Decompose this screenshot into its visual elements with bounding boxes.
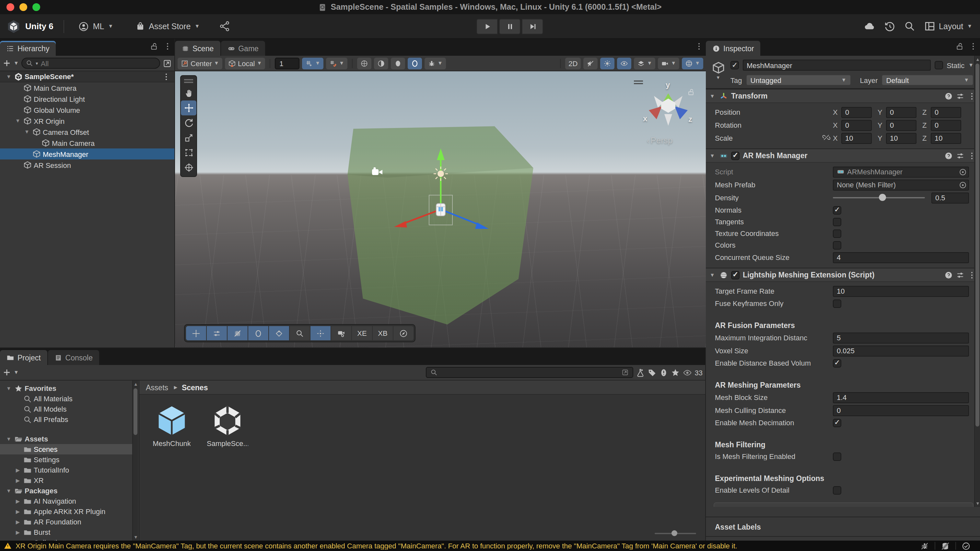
gameobject-cube-icon[interactable] bbox=[711, 61, 725, 75]
foldout-arrow-icon[interactable]: ▶ bbox=[14, 519, 21, 525]
2d-mode-toggle[interactable]: 2D bbox=[565, 57, 581, 69]
play-button[interactable] bbox=[476, 19, 498, 34]
position-z-field[interactable]: 0 bbox=[931, 107, 961, 118]
draw-mode-wireframe-button[interactable] bbox=[357, 57, 371, 69]
unity-hub-button[interactable]: Unity 6 bbox=[6, 19, 54, 33]
cloud-icon[interactable] bbox=[864, 21, 875, 32]
foldout-icon[interactable]: ▼ bbox=[710, 272, 716, 278]
breadcrumb-scenes[interactable]: Scenes bbox=[182, 384, 208, 391]
foldout-arrow-icon[interactable]: ▶ bbox=[14, 467, 21, 473]
layout-dropdown[interactable]: Layout ▼ bbox=[924, 21, 972, 32]
asset-samplescene[interactable]: SampleSce... bbox=[207, 404, 248, 447]
add-object-button[interactable] bbox=[3, 59, 11, 67]
account-dropdown[interactable]: ML ▼ bbox=[75, 19, 117, 34]
create-asset-dropdown-icon[interactable]: ▼ bbox=[14, 369, 19, 375]
hierarchy-item-xr-origin[interactable]: ▼ XR Origin bbox=[0, 115, 174, 126]
object-picker-icon[interactable] bbox=[959, 167, 967, 176]
axis-y-label[interactable]: y bbox=[666, 80, 670, 89]
project-folder-assets[interactable]: ▼ Assets bbox=[0, 434, 138, 444]
ar-mesh-manager-enabled-checkbox[interactable] bbox=[731, 151, 740, 160]
settings-overlay-button[interactable] bbox=[207, 326, 227, 340]
kebab-menu-icon[interactable] bbox=[695, 42, 703, 51]
density-field[interactable]: 0.5 bbox=[931, 192, 969, 203]
foldout-arrow-icon[interactable]: ▶ bbox=[14, 498, 21, 504]
scale-z-field[interactable]: 10 bbox=[931, 132, 961, 143]
density-slider[interactable] bbox=[833, 197, 925, 198]
grid-snapping-toggle[interactable]: ▼ bbox=[302, 57, 323, 69]
project-folder-all-models[interactable]: All Models bbox=[0, 404, 138, 414]
inspector-scrollbar[interactable]: ▲ ▼ bbox=[974, 56, 980, 507]
grid-size-field[interactable]: 1 bbox=[275, 57, 299, 69]
compass-overlay-button[interactable] bbox=[393, 326, 414, 340]
render-mode-overlay-button[interactable] bbox=[248, 326, 268, 340]
script-field[interactable]: ARMeshManager bbox=[833, 166, 969, 177]
rotation-x-field[interactable]: 0 bbox=[841, 119, 872, 131]
scene-visibility-toggle[interactable] bbox=[617, 57, 631, 69]
hierarchy-item-meshmanager[interactable]: MeshManager bbox=[0, 148, 174, 159]
foldout-arrow-icon[interactable]: ▶ bbox=[14, 508, 21, 514]
gizmos-dropdown[interactable]: ▼ bbox=[682, 57, 703, 69]
voxel-size-field[interactable]: 0.025 bbox=[833, 345, 969, 356]
rect-tool-button[interactable] bbox=[181, 145, 196, 160]
texture-coordinates-checkbox[interactable] bbox=[833, 229, 841, 237]
help-icon[interactable] bbox=[944, 271, 953, 279]
position-y-field[interactable]: 0 bbox=[886, 107, 916, 118]
normals-checkbox[interactable] bbox=[833, 206, 841, 214]
hierarchy-search-input[interactable]: ▼ All bbox=[21, 58, 160, 69]
snap-overlay-button[interactable] bbox=[310, 326, 331, 340]
kebab-menu-icon[interactable] bbox=[969, 42, 977, 51]
debug-draw-mode-dropdown[interactable]: ▼ bbox=[425, 57, 446, 69]
presets-icon[interactable] bbox=[956, 271, 964, 279]
foldout-arrow-icon[interactable]: ▶ bbox=[14, 478, 21, 483]
axis-z-label[interactable]: z bbox=[688, 115, 692, 124]
axis-x-label[interactable]: x bbox=[643, 114, 647, 123]
mesh-prefab-field[interactable]: None (Mesh Filter) bbox=[833, 179, 969, 190]
status-warning-message[interactable]: XR Origin Main Camera requires the "Main… bbox=[16, 542, 911, 550]
rotate-tool-button[interactable] bbox=[181, 115, 196, 130]
tab-inspector[interactable]: Inspector bbox=[706, 41, 760, 56]
cache-server-disabled-icon[interactable] bbox=[941, 541, 950, 550]
tool-handle-rotation-dropdown[interactable]: Local ▼ bbox=[225, 57, 265, 69]
rotation-y-field[interactable]: 0 bbox=[886, 119, 916, 131]
layers-dropdown[interactable]: ▼ bbox=[634, 57, 655, 69]
foldout-arrow-icon[interactable]: ▼ bbox=[14, 118, 21, 124]
transform-component-header[interactable]: ▼ Transform bbox=[706, 89, 980, 103]
project-folder-settings[interactable]: Settings bbox=[0, 454, 138, 465]
foldout-arrow-icon[interactable]: ▶ bbox=[14, 529, 21, 535]
tab-hierarchy[interactable]: Hierarchy bbox=[0, 41, 56, 56]
add-object-dropdown-icon[interactable]: ▼ bbox=[14, 60, 19, 66]
maximum-integration-distanc-field[interactable]: 5 bbox=[833, 332, 969, 343]
colors-checkbox[interactable] bbox=[833, 241, 841, 249]
foldout-arrow-icon[interactable]: ▼ bbox=[5, 436, 12, 442]
rotation-z-field[interactable]: 0 bbox=[931, 119, 961, 131]
xe-overlay-button[interactable]: XE bbox=[352, 326, 372, 340]
project-folder-ar-foundation[interactable]: ▶ AR Foundation bbox=[0, 517, 138, 527]
move-gizmo[interactable] bbox=[376, 145, 506, 242]
favorites-filter-icon[interactable] bbox=[671, 368, 680, 377]
label-filter-icon[interactable] bbox=[648, 368, 657, 377]
layer-dropdown[interactable]: Default▼ bbox=[882, 75, 974, 86]
kebab-menu-icon[interactable] bbox=[162, 72, 170, 81]
project-folder-favorites[interactable]: ▼ Favorites bbox=[0, 383, 138, 393]
create-asset-button[interactable] bbox=[3, 368, 11, 377]
xb-overlay-button[interactable]: XB bbox=[373, 326, 393, 340]
scene-picker-icon[interactable] bbox=[163, 59, 172, 68]
scene-viewport[interactable]: y x z ‹Persp XE XB bbox=[175, 71, 706, 347]
visible-count-eye-icon[interactable] bbox=[682, 368, 692, 377]
scale-tool-button[interactable] bbox=[181, 130, 196, 145]
concurrent-queue-size-field[interactable]: 4 bbox=[833, 252, 969, 263]
project-search-input[interactable] bbox=[426, 367, 633, 378]
enable-mesh-decimation-checkbox[interactable] bbox=[833, 419, 841, 427]
status-bar[interactable]: XR Origin Main Camera requires the "Main… bbox=[0, 541, 980, 551]
step-button[interactable] bbox=[522, 19, 543, 34]
view-hand-tool-button[interactable] bbox=[181, 86, 196, 100]
ar-mesh-manager-component-header[interactable]: ▼ AR Mesh Manager bbox=[706, 148, 980, 163]
pause-button[interactable] bbox=[499, 19, 520, 34]
hierarchy-item-camera-offset[interactable]: ▼ Camera Offset bbox=[0, 126, 174, 137]
density-slider-thumb[interactable] bbox=[879, 194, 886, 201]
tab-game[interactable]: Game bbox=[221, 41, 265, 56]
project-folder-apple-arkit-xr-plugin[interactable]: ▶ Apple ARKit XR Plugin bbox=[0, 506, 138, 517]
move-tool-button[interactable] bbox=[181, 100, 196, 115]
camera-settings-dropdown[interactable]: ▼ bbox=[658, 57, 679, 69]
static-checkbox[interactable] bbox=[934, 61, 943, 69]
